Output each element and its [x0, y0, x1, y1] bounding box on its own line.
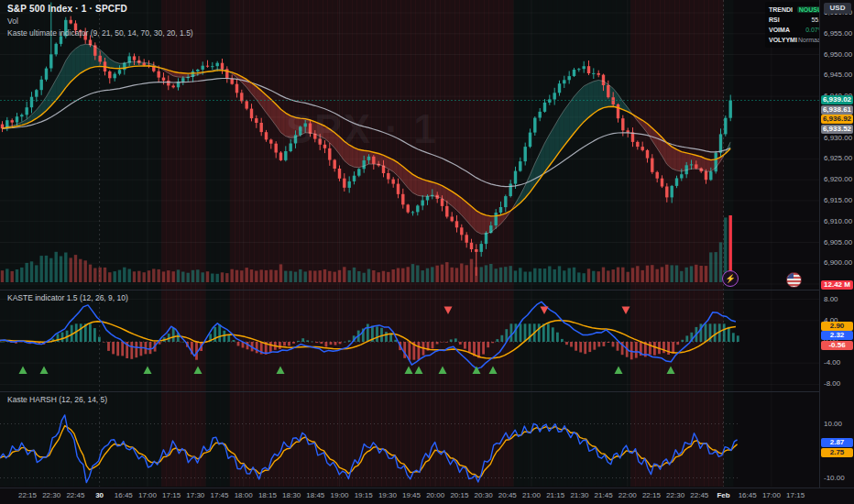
- us-flag-icon[interactable]: [786, 272, 802, 288]
- axis-tick-label: 6,950.00: [820, 50, 852, 59]
- quick-trade-icon[interactable]: ⚡: [722, 270, 739, 287]
- info-row-trend: TRENDI NOUSU: [769, 5, 824, 15]
- axis-tick-label: 6,905.00: [820, 238, 852, 247]
- axis-tick-label: 6,900.00: [820, 258, 852, 267]
- axis-tick-label: 6,910.00: [820, 217, 852, 225]
- market-info-panel: TRENDI NOUSU RSI 55.7 VOIMA 0.07% VOLYYM…: [765, 2, 827, 48]
- price-value-badge: 2.32: [821, 331, 853, 340]
- harsh-indicator-legend-item[interactable]: Kaste HARSH (12, 26, 14, 5): [7, 395, 107, 404]
- price-value-badge: 2.90: [821, 322, 853, 331]
- axis-tick-label: 8.00: [820, 295, 838, 303]
- axis-tick-label: 6,955.00: [820, 29, 852, 38]
- time-axis[interactable]: 22:1522:3022:453016:4517:0017:1517:3017:…: [0, 488, 854, 504]
- axis-tick-label: 10.00: [820, 420, 842, 428]
- axis-tick-label: 6,945.00: [820, 71, 852, 79]
- trend-label: TRENDI: [769, 6, 793, 13]
- currency-toggle-button[interactable]: USD: [824, 3, 851, 14]
- time-tick-label: 17:15: [776, 491, 815, 499]
- axis-tick-label: 6,915.00: [820, 196, 852, 204]
- info-row-volume: VOLYYMI Normaali: [769, 35, 824, 45]
- strength-label: VOIMA: [769, 27, 790, 33]
- main-chart-legend: S&P 500 Index · 1 · SPCFD Vol Kaste ulti…: [7, 4, 193, 38]
- axis-tick-label: -8.00: [820, 379, 840, 388]
- price-value-badge: 6,936.92: [821, 115, 853, 124]
- volume-legend-item[interactable]: Vol: [7, 16, 193, 26]
- flag-canton: [787, 273, 794, 279]
- rsi-label: RSI: [769, 16, 780, 23]
- chart-plot-region[interactable]: SPX · 1 S&P 500 Index · 1 · SPCFD Vol Ka…: [0, 0, 819, 488]
- kaste-ultimate-legend-item[interactable]: Kaste ultimate indicator (9, 21, 50, 14,…: [7, 28, 193, 38]
- symbol-title[interactable]: S&P 500 Index · 1 · SPCFD: [7, 4, 193, 14]
- axis-tick-label: 6,925.00: [820, 154, 852, 162]
- price-value-badge: 6,938.61: [821, 105, 853, 115]
- axis-tick-label: -4.00: [820, 358, 840, 367]
- price-value-badge: 2.75: [821, 448, 853, 457]
- price-value-badge: 6,939.02: [821, 95, 853, 104]
- price-value-badge: 2.87: [821, 438, 853, 447]
- price-value-badge: 6,933.52: [821, 125, 853, 134]
- price-axis[interactable]: USD 6,960.006,955.006,950.006,945.006,94…: [819, 0, 854, 488]
- info-row-rsi: RSI 55.7: [769, 15, 824, 25]
- axis-tick-label: 6,920.00: [820, 175, 852, 183]
- volume-value-badge: 12.42 M: [821, 280, 853, 290]
- volume-label: VOLYYMI: [769, 37, 797, 43]
- kaste-indicator-legend-item[interactable]: KASTE indicator 1.5 (12, 26, 9, 10): [7, 293, 128, 302]
- axis-tick-label: 6,930.00: [820, 134, 852, 142]
- price-value-badge: -0.56: [821, 341, 853, 350]
- axis-tick-label: -10.00: [820, 474, 845, 482]
- trading-chart-window: SPX · 1 S&P 500 Index · 1 · SPCFD Vol Ka…: [0, 0, 854, 504]
- info-row-strength: VOIMA 0.07%: [769, 25, 824, 35]
- chart-canvas[interactable]: [0, 0, 819, 488]
